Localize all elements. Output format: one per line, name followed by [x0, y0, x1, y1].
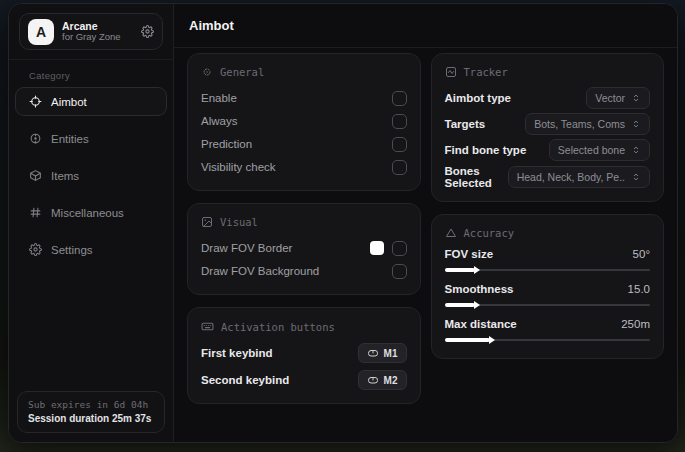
sidebar-item-label: Aimbot: [51, 96, 87, 108]
package-icon: [29, 169, 42, 182]
draw-fov-border-checkbox[interactable]: [392, 241, 407, 256]
slider-thumb[interactable]: [445, 338, 490, 342]
setting-row-draw-fov-background: Draw FOV Background: [201, 260, 407, 282]
first-keybind-button[interactable]: M1: [358, 343, 407, 363]
sidebar-item-label: Entities: [51, 133, 89, 145]
mouse-icon: [367, 347, 379, 359]
category-label: Category: [9, 66, 173, 87]
targets-dropdown[interactable]: Bots, Teams, Coms: [525, 113, 650, 135]
sidebar-item-label: Miscellaneous: [51, 207, 124, 219]
page-title: Aimbot: [189, 18, 234, 33]
crosshair-icon: [201, 66, 213, 78]
smoothness-slider[interactable]: [445, 301, 651, 309]
triangle-icon: [445, 227, 457, 239]
max-distance-slider[interactable]: [445, 336, 651, 344]
brand-logo: A: [28, 19, 54, 45]
setting-row-second-keybind: Second keybind M2: [201, 369, 407, 391]
fov-size-slider[interactable]: [445, 266, 651, 274]
setting-row-always: Always: [201, 110, 407, 132]
sidebar-item-aimbot[interactable]: Aimbot: [15, 87, 167, 116]
brand-subtitle: for Gray Zone: [62, 32, 133, 43]
sidebar-item-label: Settings: [51, 244, 93, 256]
setting-row-prediction: Prediction: [201, 133, 407, 155]
panel-visual: Visual Draw FOV Border Draw FOV Backgrou…: [187, 203, 421, 295]
panel-title: Accuracy: [464, 227, 515, 239]
visibility-check-checkbox[interactable]: [392, 160, 407, 175]
panel-title: Tracker: [464, 66, 508, 78]
unfold-icon: [631, 93, 641, 103]
fov-size-value: 50°: [633, 248, 650, 260]
setting-row-visibility-check: Visibility check: [201, 156, 407, 178]
setting-row-max-distance: Max distance 250m: [445, 318, 651, 344]
sidebar-item-settings[interactable]: Settings: [15, 235, 167, 264]
bones-selected-dropdown[interactable]: Head, Neck, Body, Pe..: [508, 166, 650, 188]
setting-row-aimbot-type: Aimbot type Vector: [445, 87, 651, 109]
crosshair-icon: [29, 95, 42, 108]
sidebar-item-miscellaneous[interactable]: Miscellaneous: [15, 198, 167, 227]
hash-icon: [29, 206, 42, 219]
session-duration-text: Session duration 25m 37s: [28, 413, 154, 424]
aimbot-type-dropdown[interactable]: Vector: [586, 87, 650, 109]
cheat-menu-window: A Arcane for Gray Zone Category Aimbot: [8, 3, 678, 443]
always-checkbox[interactable]: [392, 114, 407, 129]
sub-expires-text: Sub expires in 6d 04h: [28, 399, 154, 410]
smoothness-value: 15.0: [628, 283, 650, 295]
second-keybind-button[interactable]: M2: [358, 370, 407, 390]
setting-row-bones-selected: Bones Selected Head, Neck, Body, Pe..: [445, 165, 651, 189]
panel-general: General Enable Always Prediction: [187, 53, 421, 191]
find-bone-type-dropdown[interactable]: Selected bone: [549, 139, 650, 161]
panel-activation-buttons: Activation buttons First keybind M1: [187, 307, 421, 404]
max-distance-value: 250m: [621, 318, 650, 330]
sidebar: A Arcane for Gray Zone Category Aimbot: [9, 4, 174, 442]
prediction-checkbox[interactable]: [392, 137, 407, 152]
setting-row-find-bone-type: Find bone type Selected bone: [445, 139, 651, 161]
mouse-icon: [367, 374, 379, 386]
sidebar-menu: Aimbot Entities Items Miscellaneous: [9, 87, 173, 271]
main-header: Aimbot: [174, 4, 677, 48]
brand-card: A Arcane for Gray Zone: [19, 13, 163, 50]
setting-row-first-keybind: First keybind M1: [201, 342, 407, 364]
subscription-card: Sub expires in 6d 04h Session duration 2…: [17, 391, 165, 433]
main-area: Aimbot General Enable: [174, 4, 677, 442]
slider-thumb[interactable]: [445, 268, 476, 272]
panel-accuracy: Accuracy FOV size 50°: [431, 214, 665, 359]
entities-icon: [29, 132, 42, 145]
setting-row-fov-size: FOV size 50°: [445, 248, 651, 274]
sidebar-item-entities[interactable]: Entities: [15, 124, 167, 153]
panel-title: Activation buttons: [221, 321, 335, 333]
enable-checkbox[interactable]: [392, 91, 407, 106]
gear-icon[interactable]: [141, 25, 154, 38]
setting-row-draw-fov-border: Draw FOV Border: [201, 237, 407, 259]
image-icon: [201, 216, 213, 228]
sidebar-divider: [9, 59, 173, 60]
panel-title: General: [220, 66, 264, 78]
panel-tracker: Tracker Aimbot type Vector: [431, 53, 665, 202]
sidebar-item-items[interactable]: Items: [15, 161, 167, 190]
unfold-icon: [631, 119, 641, 129]
unfold-icon: [631, 145, 641, 155]
sidebar-item-label: Items: [51, 170, 79, 182]
activity-icon: [445, 66, 457, 78]
fov-border-color-swatch[interactable]: [370, 241, 384, 255]
keyboard-icon: [201, 320, 214, 333]
setting-row-enable: Enable: [201, 87, 407, 109]
draw-fov-background-checkbox[interactable]: [392, 264, 407, 279]
setting-row-smoothness: Smoothness 15.0: [445, 283, 651, 309]
gear-icon: [29, 243, 42, 256]
setting-row-targets: Targets Bots, Teams, Coms: [445, 113, 651, 135]
unfold-icon: [631, 172, 641, 182]
slider-thumb[interactable]: [445, 303, 476, 307]
panel-title: Visual: [220, 216, 258, 228]
